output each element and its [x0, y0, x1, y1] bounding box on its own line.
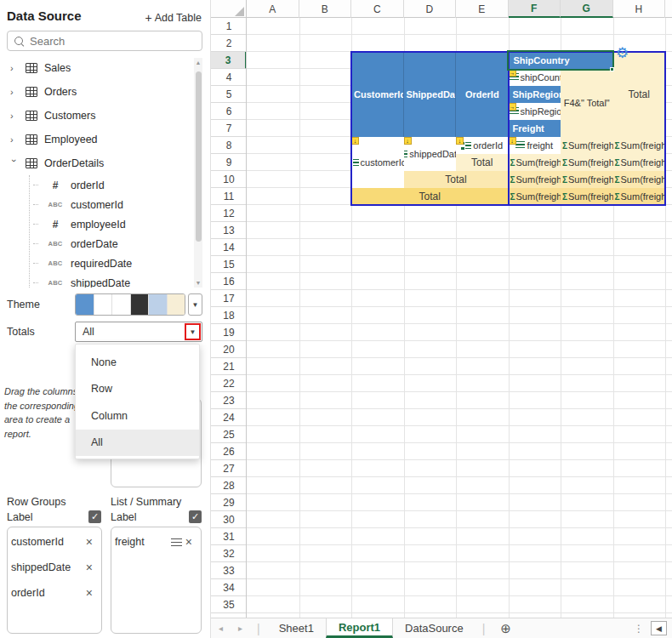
row-header-1[interactable]: 1 — [211, 18, 247, 35]
row-header-17[interactable]: 17 — [211, 290, 247, 307]
row-header-2[interactable]: 2 — [211, 35, 247, 52]
scroll-up-icon[interactable]: ▲ — [194, 60, 202, 66]
row-header-21[interactable]: 21 — [211, 358, 247, 375]
tree-item-customers[interactable]: › Customers — [0, 104, 194, 128]
row-header-15[interactable]: 15 — [211, 256, 247, 273]
cell-sum-g8[interactable]: ΣSum(freight) — [561, 137, 613, 154]
field-orderid[interactable]: # orderId — [30, 175, 194, 195]
gear-icon[interactable]: ⚙ — [616, 46, 629, 60]
column-header-F[interactable]: F — [509, 0, 561, 18]
row-header-5[interactable]: 5 — [211, 86, 247, 103]
cell-sum-h9[interactable]: ΣSum(freight) — [613, 154, 666, 171]
cell-freight-field[interactable]: ↓ freight — [509, 137, 561, 154]
cell-sum-g10[interactable]: ΣSum(freight) — [561, 171, 613, 188]
row-header-9[interactable]: 9 — [211, 154, 247, 171]
cell-orderid-header[interactable]: OrderId — [456, 52, 509, 137]
remove-icon[interactable]: × — [86, 535, 93, 549]
field-orderdate[interactable]: ABC orderDate — [30, 234, 194, 253]
chevron-right-icon[interactable]: › — [10, 87, 19, 97]
row-header-16[interactable]: 16 — [211, 273, 247, 290]
scroll-down-icon[interactable]: ▼ — [194, 280, 202, 286]
tab-report1[interactable]: Report1 — [326, 618, 393, 638]
prev-sheet-icon[interactable]: ◂ — [211, 624, 231, 633]
cell-sum-f9[interactable]: ΣSum(freight) — [509, 154, 561, 171]
cell-shipregion-header[interactable]: ShipRegion — [509, 86, 561, 103]
tree-item-orderdetails[interactable]: › OrderDetails — [0, 151, 194, 175]
list-summary-label-checkbox[interactable]: ✓ — [189, 510, 202, 523]
drag-handle-icon[interactable]: ⋮ — [634, 623, 644, 635]
row-group-chip-customerid[interactable]: customerId × — [11, 533, 93, 550]
cell-orderid-field[interactable]: ↓ orderId — [456, 137, 509, 154]
theme-swatch-picker[interactable] — [75, 293, 185, 316]
row-groups-drop-area[interactable]: customerId × shippedDate × orderId × — [7, 527, 102, 634]
tree-scrollbar[interactable]: ▲ ▼ — [194, 58, 202, 288]
cell-sum-h10[interactable]: ΣSum(freight) — [613, 171, 666, 188]
tree-item-sales[interactable]: › Sales — [0, 56, 194, 80]
cell-sum-h11[interactable]: ΣSum(freight) — [613, 188, 666, 205]
totals-option-all[interactable]: All — [76, 430, 199, 457]
row-header-6[interactable]: 6 — [211, 103, 247, 120]
chevron-right-icon[interactable]: › — [10, 134, 19, 145]
row-header-29[interactable]: 29 — [211, 494, 247, 511]
row-header-10[interactable]: 10 — [211, 171, 247, 188]
row-header-20[interactable]: 20 — [211, 341, 247, 358]
chevron-down-icon[interactable]: › — [9, 159, 20, 168]
cell-sum-h8[interactable]: ΣSum(freight) — [613, 137, 666, 154]
cell-sum-f11[interactable]: ΣSum(freight) — [509, 188, 561, 205]
row-header-32[interactable]: 32 — [211, 545, 247, 562]
tree-item-orders[interactable]: › Orders — [0, 80, 194, 104]
cell-grand-total[interactable]: Total — [351, 188, 509, 205]
cell-sum-g11[interactable]: ΣSum(freight) — [561, 188, 613, 205]
cell-customerid-header[interactable]: CustomerId — [351, 52, 404, 137]
add-sheet-icon[interactable]: ⊕ — [492, 621, 520, 636]
row-header-31[interactable]: 31 — [211, 528, 247, 545]
tab-sheet1[interactable]: Sheet1 — [267, 618, 326, 638]
field-employeeid[interactable]: # employeeId — [30, 214, 194, 234]
fill-handle[interactable] — [610, 67, 614, 71]
select-all-corner[interactable] — [211, 0, 247, 18]
theme-dropdown-button[interactable]: ▼ — [188, 293, 202, 316]
row-header-22[interactable]: 22 — [211, 375, 247, 392]
tree-item-employeed[interactable]: › Employeed — [0, 128, 194, 151]
row-group-chip-orderid[interactable]: orderId × — [11, 584, 93, 601]
row-header-12[interactable]: 12 — [211, 205, 247, 222]
row-header-25[interactable]: 25 — [211, 426, 247, 443]
add-table-button[interactable]: + Add Table — [145, 11, 202, 25]
cell-customerid-field[interactable]: ↓ customerId — [351, 137, 404, 188]
column-header-D[interactable]: D — [404, 0, 457, 18]
cell-sum-g9[interactable]: ΣSum(freight) — [561, 154, 613, 171]
scrollbar-thumb[interactable] — [196, 71, 202, 242]
row-header-24[interactable]: 24 — [211, 409, 247, 426]
row-header-4[interactable]: 4 — [211, 69, 247, 86]
row-header-18[interactable]: 18 — [211, 307, 247, 324]
row-header-27[interactable]: 27 — [211, 460, 247, 477]
column-header-G[interactable]: G — [561, 0, 613, 18]
chevron-right-icon[interactable]: › — [10, 111, 19, 121]
remove-icon[interactable]: × — [86, 561, 93, 574]
cell-freight-header[interactable]: Freight — [509, 120, 561, 137]
row-header-33[interactable]: 33 — [211, 562, 247, 579]
row-header-11[interactable]: 11 — [211, 188, 247, 205]
totals-option-none[interactable]: None — [76, 349, 199, 376]
cell-column-total-header[interactable]: Total — [613, 52, 666, 137]
field-customerid[interactable]: ABC customerId — [30, 195, 194, 214]
totals-dropdown[interactable]: All ▼ — [75, 322, 202, 342]
row-group-chip-shippeddate[interactable]: shippedDate × — [11, 559, 93, 576]
next-sheet-icon[interactable]: ▸ — [231, 624, 250, 633]
row-header-14[interactable]: 14 — [211, 239, 247, 256]
totals-dropdown-arrow-highlighted[interactable]: ▼ — [185, 323, 201, 340]
row-header-34[interactable]: 34 — [211, 579, 247, 596]
field-requireddate[interactable]: ABC requiredDate — [30, 253, 194, 273]
row-header-23[interactable]: 23 — [211, 392, 247, 409]
cell-group-total-formula[interactable]: F4&" Total" — [561, 69, 613, 137]
column-header-H[interactable]: H — [613, 0, 666, 18]
cell-shipregion-field[interactable]: → shipRegion — [509, 103, 561, 120]
chevron-right-icon[interactable]: › — [10, 63, 19, 73]
row-header-19[interactable]: 19 — [211, 324, 247, 341]
row-header-8[interactable]: 8 — [211, 137, 247, 154]
cell-total-d10[interactable]: Total — [404, 171, 509, 188]
cell-shipcountry-field[interactable]: → shipCountry — [509, 69, 561, 86]
cell-total-e9[interactable]: Total — [456, 154, 509, 171]
list-summary-drop-area[interactable]: freight × — [111, 527, 202, 634]
column-header-A[interactable]: A — [247, 0, 299, 18]
